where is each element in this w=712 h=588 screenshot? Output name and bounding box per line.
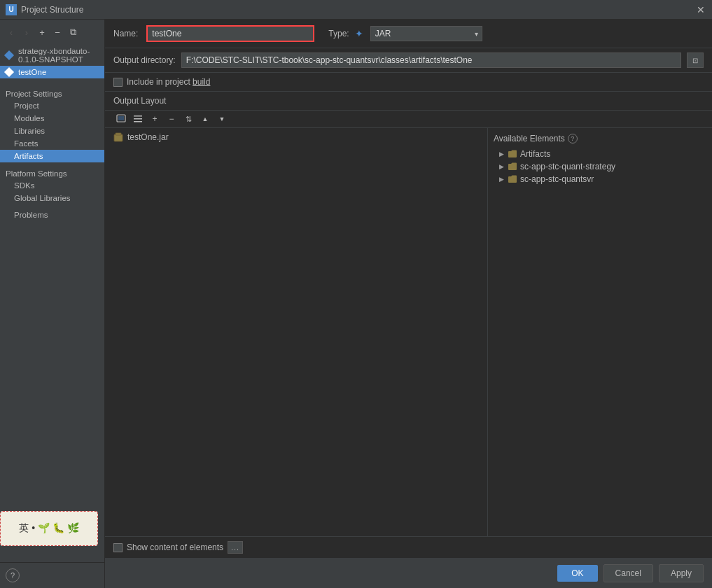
available-help-icon[interactable]: ? [568,134,578,144]
layout-content: testOne.jar Available Elements ? ▶ [105,128,712,536]
project-settings-header: Project Settings [0,87,104,99]
svg-rect-2 [134,115,142,117]
project-item-label-selected: testOne [18,68,46,76]
jar-icon: ✦ [355,28,363,39]
extract-jar-button[interactable] [113,112,129,126]
bottom-bar: OK Cancel Apply [105,558,712,588]
help-button[interactable]: ? [6,568,20,582]
type-select-wrapper: JAR WAR EAR [370,26,482,41]
tree-label-strategy: sc-app-stc-quant-strategy [520,162,615,172]
artifact-name-input[interactable] [146,25,314,42]
tree-item-quantsvr[interactable]: ▶ sc-app-stc-quantsvr [494,173,706,186]
sidebar-item-artifacts[interactable]: Artifacts [0,150,104,162]
move-up-button[interactable]: ▲ [197,112,213,126]
cancel-button[interactable]: Cancel [603,564,653,582]
layout-view-button[interactable] [130,112,146,126]
folder-icon-quantsvr [508,174,517,184]
problems-section: Problems [0,209,104,221]
show-content-label: Show content of elements [127,542,223,552]
sort-button[interactable]: ⇅ [181,112,196,126]
module-icon [4,50,14,60]
platform-settings-section: Platform Settings SDKs Global Libraries [0,167,104,204]
svg-rect-3 [134,118,142,120]
svg-rect-4 [134,121,142,122]
remove-artifact-button[interactable]: − [50,25,64,39]
type-label: Type: [328,29,349,38]
svg-rect-5 [114,134,123,141]
nav-back-button[interactable]: ‹ [4,25,18,39]
output-layout-header: Output Layout [105,92,712,111]
type-section: Type: ✦ JAR WAR EAR [328,26,482,41]
layout-action-toolbar: + − ⇅ ▲ ▼ [105,111,712,128]
apply-button[interactable]: Apply [659,564,704,582]
sidebar-item-libraries[interactable]: Libraries [0,125,104,137]
output-dir-row: Output directory: ⊡ [105,48,712,73]
available-elements-label: Available Elements ? [494,134,706,144]
project-item-strategy[interactable]: strategy-xbondauto-0.1.0-SNAPSHOT [0,45,104,66]
tree-label-quantsvr: sc-app-stc-quantsvr [520,174,594,184]
module-icon-selected [4,67,14,77]
close-button[interactable]: ✕ [695,4,706,15]
show-content-row: Show content of elements ... [105,536,712,558]
copy-artifact-button[interactable]: ⧉ [66,25,80,39]
nav-toolbar: ‹ › + − ⧉ [0,22,104,42]
sidebar-item-project[interactable]: Project [0,99,104,112]
sidebar-item-global-libraries[interactable]: Global Libraries [0,192,104,204]
svg-rect-1 [118,116,124,120]
output-layout-label: Output Layout [113,96,701,106]
folder-icon-artifacts [508,149,517,159]
sidebar-item-facets[interactable]: Facets [0,137,104,150]
project-item-testone[interactable]: testOne [0,66,104,78]
name-input-wrapper [146,25,314,42]
dots-button[interactable]: ... [228,541,243,554]
tree-label-artifacts: Artifacts [520,149,550,159]
type-select[interactable]: JAR WAR EAR [370,26,482,41]
layout-item-jar[interactable]: testOne.jar [105,131,487,144]
tree-arrow-strategy: ▶ [498,163,505,170]
window-title: Project Structure [21,5,695,15]
content-area: Name: Type: ✦ JAR WAR EAR Output directo… [105,20,712,588]
output-layout-section: Output Layout + − ⇅ ▲ ▼ [105,92,712,536]
artifact-header: Name: Type: ✦ JAR WAR EAR [105,20,712,48]
include-build-checkbox[interactable] [113,78,123,87]
svg-rect-6 [116,133,121,135]
main-container: ‹ › + − ⧉ strategy-xbondauto-0.1.0-SNAPS… [0,20,712,588]
tree-item-strategy[interactable]: ▶ sc-app-stc-quant-strategy [494,160,706,173]
remove-element-button[interactable]: − [164,112,179,126]
add-element-button[interactable]: + [147,112,162,126]
sidebar-item-problems[interactable]: Problems [0,209,104,221]
sidebar-item-sdks[interactable]: SDKs [0,179,104,192]
sidebar: ‹ › + − ⧉ strategy-xbondauto-0.1.0-SNAPS… [0,20,105,588]
project-settings-section: Project Settings Project Modules Librari… [0,87,104,162]
nav-forward-button[interactable]: › [20,25,34,39]
output-layout-items: testOne.jar [105,128,487,146]
move-down-button[interactable]: ▼ [214,112,230,126]
tree-arrow-quantsvr: ▶ [498,176,505,183]
name-label: Name: [113,29,138,38]
output-dir-input[interactable] [181,52,681,68]
project-list: strategy-xbondauto-0.1.0-SNAPSHOT testOn… [0,42,104,81]
jar-file-icon [113,132,123,142]
include-build-label: Include in project build [127,77,210,87]
sticker-decoration: 英 • 🌱 🐛 🌿 [0,511,98,546]
browse-button[interactable]: ⊡ [687,52,704,68]
tree-arrow-artifacts: ▶ [498,150,505,158]
jar-item-label: testOne.jar [127,132,169,142]
app-icon: U [6,4,17,15]
ok-button[interactable]: OK [557,565,597,582]
show-content-checkbox[interactable] [113,543,123,552]
include-build-row: Include in project build [105,73,712,92]
sidebar-item-modules[interactable]: Modules [0,112,104,125]
platform-settings-header: Platform Settings [0,167,104,179]
add-artifact-button[interactable]: + [35,25,49,39]
sidebar-bottom: ? [0,562,104,588]
output-dir-label: Output directory: [113,55,176,65]
tree-item-artifacts[interactable]: ▶ Artifacts [494,148,706,160]
available-elements-panel: Available Elements ? ▶ Artifacts ▶ [488,128,712,536]
folder-icon-strategy [508,162,517,172]
project-item-label: strategy-xbondauto-0.1.0-SNAPSHOT [18,47,99,64]
title-bar: U Project Structure ✕ [0,0,712,20]
output-tree-panel: testOne.jar [105,128,488,536]
